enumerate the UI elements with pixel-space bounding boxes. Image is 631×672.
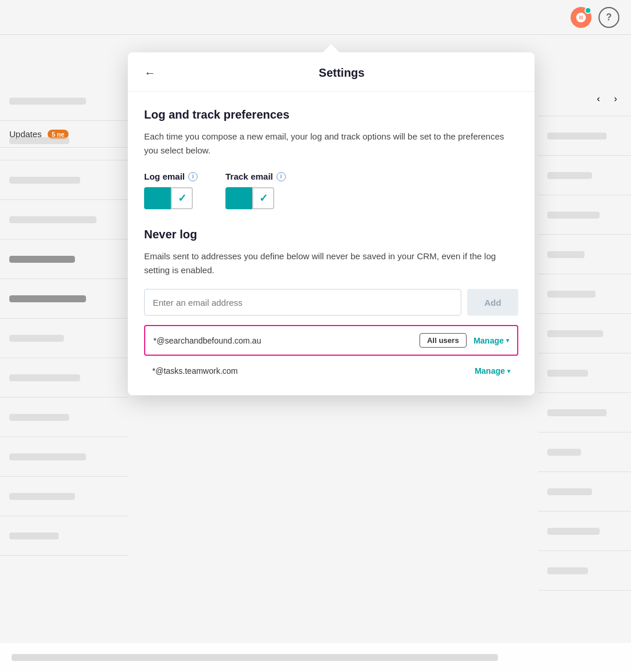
left-blur-row-6 bbox=[0, 279, 128, 319]
right-blur-row-2 bbox=[538, 156, 631, 195]
settings-panel: ← Settings Log and track preferences Eac… bbox=[128, 52, 535, 395]
all-users-badge-0: All users bbox=[420, 333, 467, 348]
panel-header: ← Settings bbox=[128, 52, 535, 92]
bottom-text-bar bbox=[0, 643, 631, 672]
manage-chevron-0: ▾ bbox=[506, 337, 509, 344]
track-email-label: Track email bbox=[225, 171, 273, 181]
toggle-row: Log email i ✓ Track email i bbox=[144, 171, 518, 209]
log-email-toggle-track bbox=[144, 187, 171, 209]
email-address-1: *@tasks.teamwork.com bbox=[152, 366, 468, 376]
email-list-item-0: *@searchandbefound.com.au All users Mana… bbox=[144, 325, 518, 356]
right-blur-row-10 bbox=[538, 472, 631, 512]
right-blur-row-8 bbox=[538, 393, 631, 432]
email-input-row: Add bbox=[144, 289, 518, 316]
left-blur-row-11 bbox=[0, 477, 128, 516]
email-address-0: *@searchandbefound.com.au bbox=[153, 336, 413, 345]
right-blur-row-7 bbox=[538, 353, 631, 393]
track-email-checkmark: ✓ bbox=[259, 192, 268, 205]
email-address-input[interactable] bbox=[144, 289, 461, 316]
manage-label-0: Manage bbox=[474, 336, 504, 345]
right-blur-row-3 bbox=[538, 195, 631, 235]
panel-body: Log and track preferences Each time you … bbox=[128, 92, 535, 395]
right-blur-row-4 bbox=[538, 235, 631, 274]
log-email-label-row: Log email i bbox=[144, 171, 198, 181]
never-log-description: Emails sent to addresses you define belo… bbox=[144, 249, 518, 277]
left-blur-row-1 bbox=[0, 81, 128, 121]
left-blur-column: Updates 5 ne bbox=[0, 81, 128, 556]
email-list-item-1: *@tasks.teamwork.com Manage ▾ bbox=[144, 360, 518, 381]
log-email-toggle-check: ✓ bbox=[171, 187, 193, 209]
track-email-toggle-track bbox=[225, 187, 252, 209]
log-email-checkmark: ✓ bbox=[178, 192, 187, 205]
right-blur-row-11 bbox=[538, 512, 631, 551]
manage-label-1: Manage bbox=[475, 366, 505, 376]
log-track-heading: Log and track preferences bbox=[144, 108, 518, 121]
panel-title: Settings bbox=[165, 66, 518, 80]
left-blur-row-4 bbox=[0, 200, 128, 240]
left-blur-row-3 bbox=[0, 160, 128, 200]
never-log-heading: Never log bbox=[144, 228, 518, 241]
back-button[interactable]: ← bbox=[144, 66, 156, 80]
right-blur-column: ‹ › bbox=[538, 81, 631, 591]
manage-button-0[interactable]: Manage ▾ bbox=[474, 336, 509, 345]
track-email-info-icon[interactable]: i bbox=[277, 172, 286, 181]
bottom-blur-bar bbox=[12, 654, 498, 661]
log-email-toggle-group: Log email i ✓ bbox=[144, 171, 198, 209]
left-blur-row-12 bbox=[0, 516, 128, 556]
track-email-toggle-switch[interactable]: ✓ bbox=[225, 187, 286, 209]
top-bar: ? bbox=[0, 0, 631, 35]
log-email-label: Log email bbox=[144, 171, 185, 181]
track-email-toggle-check: ✓ bbox=[252, 187, 274, 209]
back-nav-arrow[interactable]: ‹ bbox=[592, 91, 604, 106]
log-email-info-icon[interactable]: i bbox=[188, 172, 198, 181]
help-icon[interactable]: ? bbox=[598, 7, 619, 28]
right-blur-row-5 bbox=[538, 274, 631, 314]
left-blur-row-10 bbox=[0, 437, 128, 477]
forward-nav-arrow[interactable]: › bbox=[610, 91, 622, 106]
left-blur-row-7 bbox=[0, 319, 128, 358]
add-email-button[interactable]: Add bbox=[467, 289, 518, 316]
log-track-description: Each time you compose a new email, your … bbox=[144, 130, 518, 158]
track-email-toggle-group: Track email i ✓ bbox=[225, 171, 286, 209]
left-blur-row-9 bbox=[0, 398, 128, 437]
track-email-label-row: Track email i bbox=[225, 171, 286, 181]
right-blur-row-1 bbox=[538, 116, 631, 156]
left-blur-row-8 bbox=[0, 358, 128, 398]
right-blur-row-9 bbox=[538, 432, 631, 472]
left-blur-row-5 bbox=[0, 240, 128, 279]
hubspot-icon[interactable] bbox=[571, 7, 591, 28]
log-email-toggle-switch[interactable]: ✓ bbox=[144, 187, 198, 209]
manage-chevron-1: ▾ bbox=[507, 368, 510, 374]
right-blur-row-12 bbox=[538, 551, 631, 591]
right-blur-row-6 bbox=[538, 314, 631, 353]
manage-button-1[interactable]: Manage ▾ bbox=[475, 366, 510, 376]
